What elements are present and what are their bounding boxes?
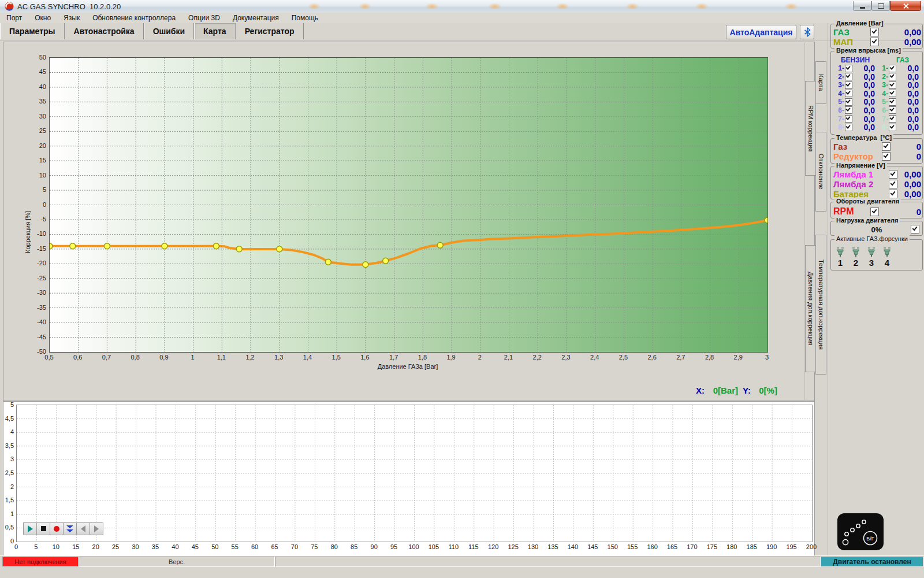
brand-logo: Б/Г — [837, 513, 884, 551]
tab-recorder[interactable]: Регистратор — [236, 23, 304, 39]
x-tick-label: 0,9 — [152, 354, 176, 361]
curve-point-marker[interactable] — [104, 243, 110, 249]
lambda2-checkbox[interactable] — [889, 180, 897, 188]
x-tick-label: 0,8 — [124, 354, 147, 361]
tab-parameters[interactable]: Параметры — [0, 23, 65, 39]
menu-item-controller-update[interactable]: Обновление контроллера — [86, 14, 182, 22]
rpm-value: 0 — [878, 207, 921, 217]
recorder-play-button[interactable] — [23, 522, 37, 535]
titlebar-glare — [425, 3, 439, 10]
engine-load-checkbox[interactable] — [911, 225, 919, 234]
benzin-channel-checkbox[interactable] — [845, 90, 852, 97]
y-tick-label: -20 — [16, 260, 46, 266]
gas-pressure-checkbox[interactable] — [870, 28, 879, 36]
curve-point-marker[interactable] — [213, 243, 219, 249]
reducer-temperature-value: 0 — [889, 151, 921, 161]
benzin-row-number: 3- — [833, 81, 845, 89]
menu-item-port[interactable]: Порт — [0, 14, 28, 22]
injection-row: 4-0,04-0,0 — [831, 89, 922, 98]
bluetooth-button[interactable] — [800, 25, 814, 39]
side-tab-map[interactable]: Карта — [815, 61, 826, 104]
readout-x-label: X: — [696, 386, 705, 395]
pressure-row-map: МАП 0,00 — [831, 37, 922, 47]
recorder-marker-button[interactable] — [63, 522, 77, 535]
curve-point-marker[interactable] — [162, 243, 167, 249]
recorder-step-back-button[interactable] — [76, 522, 90, 535]
menu-item-help[interactable]: Помощь — [285, 14, 325, 22]
curve-point-marker[interactable] — [70, 243, 76, 249]
y-tick-label: 1,5 — [1, 497, 14, 503]
side-tab-pressure-extra-correction[interactable]: Давления доп.коррекция — [805, 245, 816, 372]
gas-channel-checkbox[interactable] — [889, 73, 896, 80]
y-tick-label: 4 — [1, 428, 14, 435]
menu-item-documentation[interactable]: Документация — [226, 14, 285, 22]
benzin-injection-time: 0,0 — [852, 64, 876, 73]
x-tick-label: 2,1 — [497, 354, 520, 361]
x-tick-label: 2,4 — [583, 354, 606, 361]
readout-x-value: 0[Bar] — [705, 386, 738, 395]
y-tick-label: 30 — [16, 113, 46, 120]
benzin-row-number: 2- — [833, 73, 845, 81]
curve-point-marker[interactable] — [236, 246, 242, 252]
curve-point-marker[interactable] — [50, 243, 53, 249]
injection-row: 5-0,05-0,0 — [831, 97, 922, 106]
battery-checkbox[interactable] — [889, 190, 897, 198]
recorder-stop-button[interactable] — [36, 522, 50, 535]
app-icon — [5, 2, 14, 11]
menu-item-3d-options[interactable]: Опции 3D — [182, 14, 226, 22]
x-tick-label: 2,8 — [698, 354, 721, 361]
x-tick-label: 2 — [468, 354, 491, 361]
benzin-channel-checkbox[interactable] — [845, 81, 852, 89]
minimize-button[interactable] — [853, 1, 871, 11]
benzin-channel-checkbox[interactable] — [845, 115, 852, 123]
benzin-injection-time: 0,0 — [852, 80, 876, 90]
gas-channel-checkbox[interactable] — [889, 124, 896, 131]
benzin-row-number: 6- — [833, 106, 845, 114]
side-tab-temperature-extra-correction[interactable]: Температурная доп.коррекция — [815, 235, 826, 375]
benzin-channel-checkbox[interactable] — [845, 106, 852, 114]
curve-point-marker[interactable] — [383, 258, 389, 264]
tab-map[interactable]: Карта — [194, 23, 236, 39]
menu-item-window[interactable]: Окно — [28, 14, 57, 22]
rpm-checkbox[interactable] — [870, 208, 879, 216]
gas-channel-checkbox[interactable] — [889, 65, 896, 72]
benzin-row-number: 5- — [833, 98, 845, 106]
gas-temperature-checkbox[interactable] — [882, 142, 891, 151]
gas-channel-checkbox[interactable] — [889, 90, 896, 97]
benzin-channel-checkbox[interactable] — [845, 65, 852, 72]
gas-channel-checkbox[interactable] — [889, 115, 896, 123]
gas-injection-time: 0,0 — [896, 64, 920, 73]
curve-point-marker[interactable] — [437, 242, 443, 248]
x-tick-label: 2,5 — [612, 354, 635, 361]
map-pressure-checkbox[interactable] — [870, 38, 879, 46]
recorder-record-button[interactable] — [50, 522, 64, 535]
curve-point-marker[interactable] — [277, 246, 282, 252]
gas-injection-time: 0,0 — [896, 89, 920, 98]
curve-point-marker[interactable] — [363, 262, 368, 268]
tab-errors[interactable]: Ошибки — [144, 23, 194, 39]
tab-autotune[interactable]: Автонастройка — [65, 23, 144, 39]
gas-channel-checkbox[interactable] — [889, 98, 896, 106]
maximize-button[interactable] — [871, 1, 890, 11]
titlebar-glare — [625, 3, 639, 10]
gas-injector-icon — [850, 247, 862, 257]
benzin-channel-checkbox[interactable] — [845, 73, 852, 80]
version-status: Верс. — [79, 557, 275, 567]
side-tab-deviation[interactable]: Отклонение — [815, 132, 826, 212]
curve-point-marker[interactable] — [765, 217, 767, 223]
correction-map-plot[interactable] — [49, 57, 768, 353]
gas-channel-checkbox[interactable] — [889, 106, 896, 114]
menu-item-language[interactable]: Язык — [57, 14, 86, 22]
temperature-row-reducer: Редуктор 0 — [831, 151, 922, 161]
benzin-channel-checkbox[interactable] — [845, 98, 852, 106]
benzin-channel-checkbox[interactable] — [845, 124, 852, 131]
curve-point-marker[interactable] — [325, 259, 331, 265]
lambda1-checkbox[interactable] — [889, 170, 897, 179]
side-tab-rpm-correction[interactable]: RPM коррекция — [805, 81, 816, 176]
close-button[interactable] — [890, 1, 921, 11]
autoadaptation-button[interactable]: АвтоАдаптация — [726, 25, 796, 39]
gas-channel-checkbox[interactable] — [889, 81, 896, 89]
rpm-row: RPM 0 — [831, 206, 922, 217]
reducer-temperature-checkbox[interactable] — [882, 152, 891, 161]
recorder-step-forward-button[interactable] — [90, 522, 103, 535]
